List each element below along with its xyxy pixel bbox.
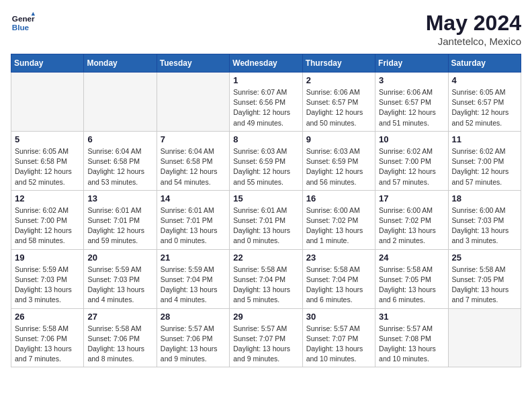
calendar-cell: 13Sunrise: 6:01 AM Sunset: 7:01 PM Dayli…: [84, 190, 157, 249]
calendar-cell: 22Sunrise: 5:58 AM Sunset: 7:04 PM Dayli…: [230, 249, 302, 308]
day-info: Sunrise: 5:57 AM Sunset: 7:08 PM Dayligh…: [379, 324, 444, 365]
day-number: 22: [233, 253, 298, 263]
calendar-cell: 29Sunrise: 5:57 AM Sunset: 7:07 PM Dayli…: [230, 308, 302, 367]
day-number: 7: [161, 134, 226, 144]
day-number: 17: [379, 193, 444, 203]
calendar-cell: [84, 73, 157, 132]
day-info: Sunrise: 6:02 AM Sunset: 7:00 PM Dayligh…: [15, 205, 80, 246]
calendar-week-row: 5Sunrise: 6:05 AM Sunset: 6:58 PM Daylig…: [11, 131, 521, 190]
weekday-header-saturday: Saturday: [448, 54, 521, 73]
day-number: 24: [379, 253, 444, 263]
day-number: 31: [379, 312, 444, 322]
day-info: Sunrise: 5:58 AM Sunset: 7:05 PM Dayligh…: [452, 265, 517, 306]
calendar-cell: [448, 308, 521, 367]
calendar-cell: 26Sunrise: 5:58 AM Sunset: 7:06 PM Dayli…: [11, 308, 84, 367]
day-number: 30: [306, 312, 371, 322]
day-number: 13: [87, 193, 152, 203]
day-info: Sunrise: 5:57 AM Sunset: 7:06 PM Dayligh…: [161, 324, 226, 365]
day-info: Sunrise: 5:57 AM Sunset: 7:07 PM Dayligh…: [306, 324, 371, 365]
calendar-cell: 4Sunrise: 6:05 AM Sunset: 6:57 PM Daylig…: [448, 73, 521, 132]
day-info: Sunrise: 6:00 AM Sunset: 7:02 PM Dayligh…: [306, 205, 371, 246]
calendar-cell: 17Sunrise: 6:00 AM Sunset: 7:02 PM Dayli…: [375, 190, 448, 249]
day-info: Sunrise: 6:01 AM Sunset: 7:01 PM Dayligh…: [161, 205, 226, 246]
day-number: 2: [306, 75, 371, 85]
calendar-week-row: 1Sunrise: 6:07 AM Sunset: 6:56 PM Daylig…: [11, 73, 521, 132]
calendar-cell: 30Sunrise: 5:57 AM Sunset: 7:07 PM Dayli…: [302, 308, 375, 367]
calendar-cell: 15Sunrise: 6:01 AM Sunset: 7:01 PM Dayli…: [230, 190, 302, 249]
calendar-cell: 10Sunrise: 6:02 AM Sunset: 7:00 PM Dayli…: [375, 131, 448, 190]
calendar-cell: 6Sunrise: 6:04 AM Sunset: 6:58 PM Daylig…: [84, 131, 157, 190]
day-info: Sunrise: 6:01 AM Sunset: 7:01 PM Dayligh…: [87, 205, 152, 246]
calendar-cell: 27Sunrise: 5:58 AM Sunset: 7:06 PM Dayli…: [84, 308, 157, 367]
day-info: Sunrise: 6:04 AM Sunset: 6:58 PM Dayligh…: [87, 146, 152, 187]
day-number: 12: [15, 193, 80, 203]
calendar-cell: 24Sunrise: 5:58 AM Sunset: 7:05 PM Dayli…: [375, 249, 448, 308]
day-info: Sunrise: 6:02 AM Sunset: 7:00 PM Dayligh…: [452, 146, 517, 187]
day-info: Sunrise: 5:58 AM Sunset: 7:04 PM Dayligh…: [306, 265, 371, 306]
day-info: Sunrise: 5:58 AM Sunset: 7:04 PM Dayligh…: [233, 265, 298, 306]
day-number: 27: [87, 312, 152, 322]
calendar-cell: [157, 73, 229, 132]
day-info: Sunrise: 6:00 AM Sunset: 7:02 PM Dayligh…: [379, 205, 444, 246]
location-subtitle: Jantetelco, Mexico: [426, 36, 521, 47]
day-info: Sunrise: 6:07 AM Sunset: 6:56 PM Dayligh…: [233, 87, 298, 128]
day-info: Sunrise: 6:06 AM Sunset: 6:57 PM Dayligh…: [306, 87, 371, 128]
day-number: 26: [15, 312, 80, 322]
calendar-table: SundayMondayTuesdayWednesdayThursdayFrid…: [11, 54, 521, 367]
day-number: 28: [161, 312, 226, 322]
day-info: Sunrise: 6:05 AM Sunset: 6:57 PM Dayligh…: [452, 87, 517, 128]
calendar-cell: 1Sunrise: 6:07 AM Sunset: 6:56 PM Daylig…: [230, 73, 302, 132]
day-number: 21: [161, 253, 226, 263]
day-number: 14: [161, 193, 226, 203]
calendar-cell: 9Sunrise: 6:03 AM Sunset: 6:59 PM Daylig…: [302, 131, 375, 190]
calendar-cell: 18Sunrise: 6:00 AM Sunset: 7:03 PM Dayli…: [448, 190, 521, 249]
day-number: 8: [233, 134, 298, 144]
weekday-header-tuesday: Tuesday: [157, 54, 229, 73]
day-info: Sunrise: 5:58 AM Sunset: 7:05 PM Dayligh…: [379, 265, 444, 306]
calendar-cell: 11Sunrise: 6:02 AM Sunset: 7:00 PM Dayli…: [448, 131, 521, 190]
page-header: General Blue May 2024 Jantetelco, Mexico: [11, 11, 521, 47]
calendar-cell: [11, 73, 84, 132]
weekday-header-friday: Friday: [375, 54, 448, 73]
day-number: 6: [87, 134, 152, 144]
day-info: Sunrise: 5:57 AM Sunset: 7:07 PM Dayligh…: [233, 324, 298, 365]
calendar-cell: 19Sunrise: 5:59 AM Sunset: 7:03 PM Dayli…: [11, 249, 84, 308]
calendar-cell: 7Sunrise: 6:04 AM Sunset: 6:58 PM Daylig…: [157, 131, 229, 190]
day-info: Sunrise: 5:58 AM Sunset: 7:06 PM Dayligh…: [87, 324, 152, 365]
calendar-cell: 3Sunrise: 6:06 AM Sunset: 6:57 PM Daylig…: [375, 73, 448, 132]
day-info: Sunrise: 5:59 AM Sunset: 7:03 PM Dayligh…: [87, 265, 152, 306]
calendar-week-row: 26Sunrise: 5:58 AM Sunset: 7:06 PM Dayli…: [11, 308, 521, 367]
day-number: 15: [233, 193, 298, 203]
weekday-header-thursday: Thursday: [302, 54, 375, 73]
day-info: Sunrise: 6:06 AM Sunset: 6:57 PM Dayligh…: [379, 87, 444, 128]
day-number: 18: [452, 193, 517, 203]
calendar-cell: 21Sunrise: 5:59 AM Sunset: 7:04 PM Dayli…: [157, 249, 229, 308]
day-number: 25: [452, 253, 517, 263]
day-number: 10: [379, 134, 444, 144]
day-number: 5: [15, 134, 80, 144]
day-info: Sunrise: 6:05 AM Sunset: 6:58 PM Dayligh…: [15, 146, 80, 187]
calendar-cell: 20Sunrise: 5:59 AM Sunset: 7:03 PM Dayli…: [84, 249, 157, 308]
calendar-cell: 8Sunrise: 6:03 AM Sunset: 6:59 PM Daylig…: [230, 131, 302, 190]
day-info: Sunrise: 6:00 AM Sunset: 7:03 PM Dayligh…: [452, 205, 517, 246]
day-number: 1: [233, 75, 298, 85]
day-info: Sunrise: 6:04 AM Sunset: 6:58 PM Dayligh…: [161, 146, 226, 187]
calendar-cell: 28Sunrise: 5:57 AM Sunset: 7:06 PM Dayli…: [157, 308, 229, 367]
calendar-cell: 2Sunrise: 6:06 AM Sunset: 6:57 PM Daylig…: [302, 73, 375, 132]
day-number: 23: [306, 253, 371, 263]
day-info: Sunrise: 6:02 AM Sunset: 7:00 PM Dayligh…: [379, 146, 444, 187]
day-number: 16: [306, 193, 371, 203]
day-number: 29: [233, 312, 298, 322]
calendar-cell: 12Sunrise: 6:02 AM Sunset: 7:00 PM Dayli…: [11, 190, 84, 249]
calendar-cell: 31Sunrise: 5:57 AM Sunset: 7:08 PM Dayli…: [375, 308, 448, 367]
calendar-cell: 14Sunrise: 6:01 AM Sunset: 7:01 PM Dayli…: [157, 190, 229, 249]
day-info: Sunrise: 5:59 AM Sunset: 7:04 PM Dayligh…: [161, 265, 226, 306]
day-info: Sunrise: 5:59 AM Sunset: 7:03 PM Dayligh…: [15, 265, 80, 306]
logo: General Blue: [11, 11, 35, 35]
day-info: Sunrise: 6:01 AM Sunset: 7:01 PM Dayligh…: [233, 205, 298, 246]
month-year-title: May 2024: [426, 11, 521, 36]
calendar-cell: 23Sunrise: 5:58 AM Sunset: 7:04 PM Dayli…: [302, 249, 375, 308]
day-info: Sunrise: 6:03 AM Sunset: 6:59 PM Dayligh…: [306, 146, 371, 187]
day-number: 11: [452, 134, 517, 144]
weekday-header-wednesday: Wednesday: [230, 54, 302, 73]
